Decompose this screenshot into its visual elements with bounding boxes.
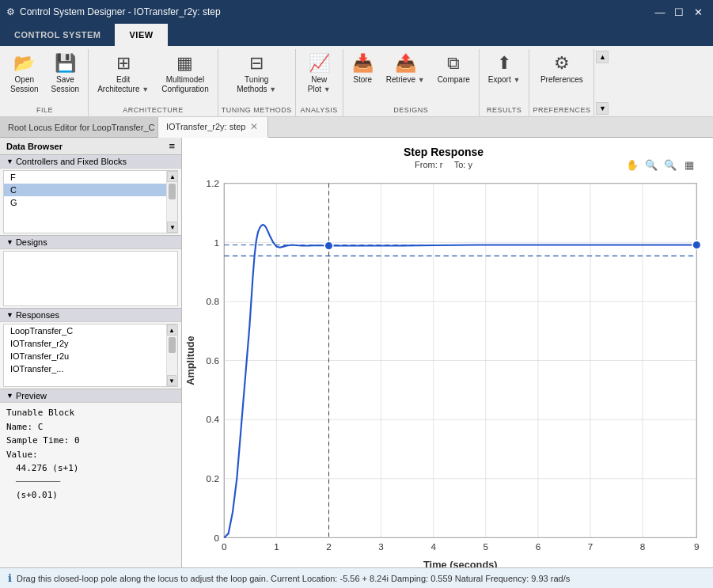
resp-scroll-up[interactable]: ▲ (167, 324, 176, 336)
preview-section-title[interactable]: ▼ Preview (0, 389, 181, 403)
list-item-c[interactable]: C (4, 184, 177, 196)
ctrl-scroll-thumb[interactable] (169, 184, 176, 199)
group-architecture-label: ARCHITECTURE (92, 104, 214, 116)
svg-text:1.2: 1.2 (207, 178, 219, 188)
minimize-button[interactable]: — (651, 3, 669, 21)
resp-scroll-thumb[interactable] (169, 337, 176, 353)
svg-text:0.4: 0.4 (207, 414, 220, 424)
preview-content: Tunable Block Name: C Sample Time: 0 Val… (0, 403, 181, 506)
pole-marker-t2 (324, 241, 333, 250)
ribbon-scroll-down[interactable]: ▼ (596, 102, 609, 115)
group-architecture: ⊞ EditArchitecture ▼ ▦ MultimodelConfigu… (89, 49, 218, 116)
list-item-f[interactable]: F (4, 171, 177, 184)
maximize-button[interactable]: ☐ (670, 3, 688, 21)
svg-text:1: 1 (214, 237, 219, 248)
document-tabs: Root Locus Editor for LoopTransfer_C ✕ I… (0, 117, 713, 138)
svg-text:0: 0 (214, 533, 219, 543)
tab-iotransfer[interactable]: IOTransfer_r2y: step ✕ (158, 117, 268, 138)
group-designs: 📥 Store 📤 Retrieve ▼ ⧉ Compare DESIGNS (343, 49, 480, 116)
open-icon: 📂 (13, 53, 35, 74)
resp-scroll-down[interactable]: ▼ (167, 375, 176, 386)
main-layout: Data Browser ≡ ▼ Controllers and Fixed B… (0, 138, 713, 567)
ctrl-scroll-down[interactable]: ▼ (167, 222, 178, 233)
plot-area[interactable]: 1.2 1 0.8 0.6 0.4 0.2 0 0 1 2 3 4 5 6 7 (182, 174, 705, 567)
list-item-looptransfer[interactable]: LoopTransfer_C (4, 324, 177, 337)
svg-text:0.6: 0.6 (207, 355, 219, 366)
store-button[interactable]: 📥 Store (347, 51, 379, 87)
compare-icon: ⧉ (447, 53, 460, 74)
tab-control-system[interactable]: CONTROL SYSTEM (0, 24, 115, 46)
retrieve-icon: 📤 (395, 53, 416, 74)
list-item-iotransfer-etc[interactable]: IOTransfer_... (4, 362, 177, 375)
controllers-label: Controllers and Fixed Blocks (16, 157, 127, 166)
preferences-button[interactable]: ⚙ Preferences (535, 51, 589, 87)
responses-scrollbar[interactable]: ▲ ▼ (166, 324, 177, 386)
tab-root-locus-label: Root Locus Editor for LoopTransfer_C (8, 123, 154, 132)
preview-denominator: (s+0.01) (16, 488, 175, 503)
sidebar: Data Browser ≡ ▼ Controllers and Fixed B… (0, 138, 182, 567)
controllers-arrow: ▼ (6, 157, 13, 165)
ribbon-scroll-up[interactable]: ▲ (596, 51, 609, 63)
plot-subtitle: From: r To: y ✋ 🔍 🔍 ▦ (182, 160, 705, 169)
tab-root-locus[interactable]: Root Locus Editor for LoopTransfer_C ✕ (0, 117, 158, 137)
status-bar: ℹ Drag this closed-loop pole along the l… (0, 567, 713, 588)
new-plot-button[interactable]: 📈 NewPlot ▼ (302, 51, 336, 97)
group-results: ⬆ Export ▼ RESULTS (480, 49, 530, 116)
tab-view[interactable]: VIEW (115, 24, 167, 46)
list-item-iotransfer-r2u[interactable]: IOTransfer_r2u (4, 350, 177, 362)
edit-architecture-button[interactable]: ⊞ EditArchitecture ▼ (92, 51, 154, 97)
export-button[interactable]: ⬆ Export ▼ (483, 51, 526, 87)
designs-section: ▼ Designs (0, 235, 181, 308)
compare-button[interactable]: ⧉ Compare (432, 51, 476, 87)
controllers-list-container: F C G ▲ ▼ (3, 170, 178, 233)
group-results-label: RESULTS (483, 104, 526, 116)
ctrl-scroll-up[interactable]: ▲ (167, 171, 178, 182)
group-designs-label: DESIGNS (347, 104, 476, 116)
preview-value-label: Value: (6, 448, 175, 462)
group-analysis: 📈 NewPlot ▼ ANALYSIS (296, 49, 343, 116)
status-message: Drag this closed-loop pole along the loc… (17, 574, 570, 583)
multimodel-icon: ▦ (176, 53, 193, 74)
zoom-out-tool[interactable]: 🔍 (662, 157, 678, 173)
svg-text:9: 9 (694, 541, 700, 552)
plot-options-tool[interactable]: ▦ (681, 157, 697, 173)
app-icon: ⚙ (6, 6, 15, 17)
svg-text:2: 2 (326, 541, 332, 552)
save-session-button[interactable]: 💾 SaveSession (46, 51, 85, 97)
open-session-button[interactable]: 📂 OpenSession (5, 51, 44, 97)
responses-arrow: ▼ (6, 311, 13, 319)
new-plot-icon: 📈 (309, 53, 330, 74)
svg-text:8: 8 (640, 541, 646, 552)
preview-arrow: ▼ (6, 392, 13, 400)
list-item-iotransfer-r2y[interactable]: IOTransfer_r2y (4, 337, 177, 350)
ribbon-tabs: CONTROL SYSTEM VIEW (0, 24, 713, 46)
svg-text:1: 1 (274, 541, 279, 552)
svg-text:6: 6 (536, 541, 541, 552)
responses-section: ▼ Responses LoopTransfer_C IOTransfer_r2… (0, 308, 181, 389)
designs-section-title[interactable]: ▼ Designs (0, 236, 181, 249)
close-button[interactable]: ✕ (689, 3, 707, 21)
sidebar-options-button[interactable]: ≡ (169, 140, 175, 152)
group-file-label: FILE (5, 104, 85, 116)
plot-from: From: r (415, 160, 442, 169)
preview-numerator: 44.276 (s+1) (16, 461, 175, 476)
zoom-in-tool[interactable]: 🔍 (643, 157, 659, 173)
architecture-icon: ⊞ (116, 53, 131, 74)
tuning-methods-button[interactable]: ⊟ TuningMethods ▼ (231, 51, 282, 97)
responses-section-title[interactable]: ▼ Responses (0, 309, 181, 322)
multimodel-config-button[interactable]: ▦ MultimodelConfiguration (156, 51, 214, 97)
preview-section: ▼ Preview Tunable Block Name: C Sample T… (0, 389, 181, 506)
retrieve-button[interactable]: 📤 Retrieve ▼ (381, 51, 430, 87)
svg-text:Time (seconds): Time (seconds) (423, 559, 498, 567)
pan-tool[interactable]: ✋ (624, 157, 640, 173)
tab-iotransfer-close[interactable]: ✕ (248, 121, 260, 132)
controllers-section-title[interactable]: ▼ Controllers and Fixed Blocks (0, 155, 181, 169)
ribbon-toolbar: 📂 OpenSession 💾 SaveSession FILE ⊞ EditA… (0, 46, 713, 117)
ribbon-scroll: ▲ ▼ (594, 49, 610, 116)
svg-text:5: 5 (484, 541, 489, 552)
svg-text:0.8: 0.8 (207, 296, 220, 306)
controllers-scrollbar[interactable]: ▲ ▼ (166, 171, 177, 233)
svg-text:0: 0 (222, 541, 227, 552)
svg-text:0.2: 0.2 (207, 473, 219, 484)
list-item-g[interactable]: G (4, 196, 177, 209)
